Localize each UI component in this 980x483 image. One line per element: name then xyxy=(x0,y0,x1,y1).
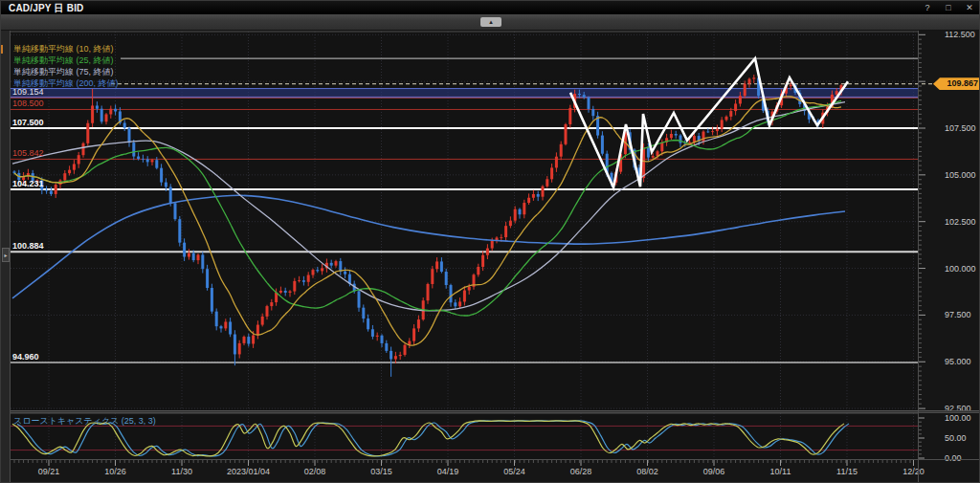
x-axis-date-label: 12/20 xyxy=(902,467,924,476)
x-axis-date-label: 11/15 xyxy=(836,467,858,476)
x-axis-date-label: 08/02 xyxy=(636,467,658,476)
y-axis-label: 105.000 xyxy=(945,170,976,180)
x-axis-date-label: 06/28 xyxy=(570,467,592,476)
x-axis-date-label: 10/26 xyxy=(104,467,126,476)
y-axis-border xyxy=(918,31,919,483)
price-level-label: 107.500 xyxy=(12,118,44,127)
price-level-label: 104.231 xyxy=(12,179,44,188)
price-level-label: 109.154 xyxy=(12,87,44,97)
y-axis-label: 95.000 xyxy=(945,357,971,366)
price-level-label: 105.842 xyxy=(12,148,44,158)
price-level-label: 94.960 xyxy=(12,352,39,362)
y-axis-label: 100.000 xyxy=(945,264,976,274)
x-axis-border xyxy=(11,459,980,460)
x-axis-date-label: 02/08 xyxy=(304,467,326,476)
stoch-axis-label: 0.00 xyxy=(945,453,962,463)
current-price-tag: 109.867 xyxy=(933,77,980,90)
panel-splitter[interactable] xyxy=(11,410,980,413)
x-axis-date-label: 2023/01/04 xyxy=(227,467,270,476)
x-axis-date-label: 09/21 xyxy=(38,467,60,476)
stoch-axis-label: 100.00 xyxy=(945,413,971,423)
y-axis-label: 107.500 xyxy=(945,123,976,133)
ma-legend-item: 単純移動平均線 (75, 終値) xyxy=(13,67,114,77)
trading-chart-window: CAD/JPY 日 BID ? □ ✕ ▴ ▸ 単純移動平均線 (10, 終値)… xyxy=(0,0,980,483)
x-axis-date-label: 05/24 xyxy=(503,467,525,476)
stochastic-legend-label: スローストキャスティクス (25, 3, 3) xyxy=(13,415,156,428)
x-axis-date-label: 10/11 xyxy=(770,467,791,476)
ma-legend-item: 単純移動平均線 (25, 終値) xyxy=(13,55,114,66)
y-axis-label: 112.500 xyxy=(945,30,975,39)
y-axis-label: 102.500 xyxy=(945,217,976,227)
y-axis-label: 97.500 xyxy=(945,310,971,319)
stoch-axis-label: 50.00 xyxy=(945,433,967,443)
price-level-label: 100.884 xyxy=(12,241,44,251)
price-level-label: 108.500 xyxy=(12,99,44,108)
x-axis-date-label: 03/15 xyxy=(370,467,392,476)
x-axis-date-label: 04/19 xyxy=(437,467,459,476)
x-axis-date-label: 09/06 xyxy=(703,467,725,476)
ma-legend-item: 単純移動平均線 (10, 終値) xyxy=(13,44,114,55)
x-axis-date-label: 11/30 xyxy=(171,467,192,476)
